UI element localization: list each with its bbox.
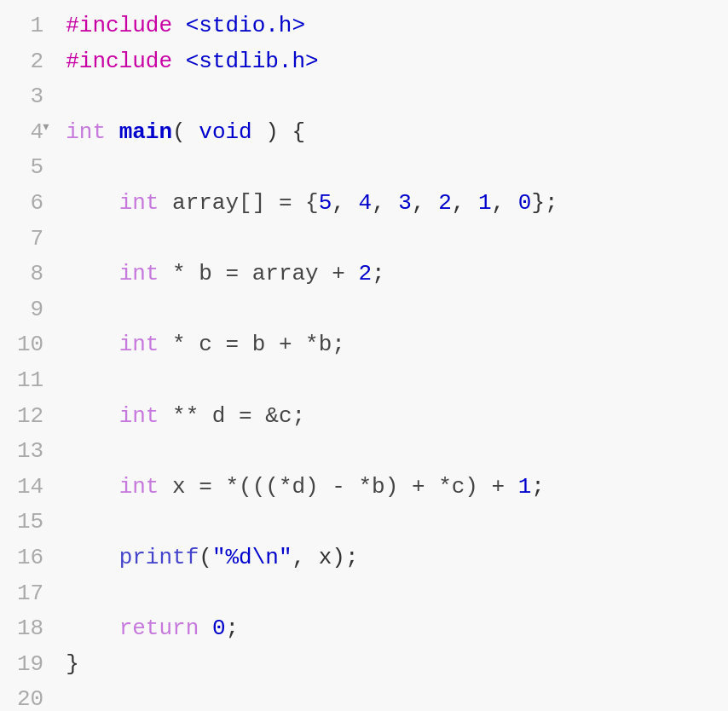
line-number-16: 16 [17, 540, 43, 576]
line-number-13: 13 [17, 434, 43, 470]
code-line-17 [66, 576, 728, 612]
line-number-14: 14 [17, 470, 43, 506]
line-number-10: 10 [17, 327, 43, 363]
line-number-9: 9 [17, 292, 43, 328]
code-editor: 1234567891011121314151617181920 #include… [0, 0, 728, 711]
line-number-1: 1 [17, 9, 43, 44]
code-line-4: int main( void ) { [66, 115, 728, 151]
line-number-5: 5 [17, 150, 43, 186]
line-number-6: 6 [17, 186, 43, 222]
code-line-11 [66, 363, 728, 399]
line-number-11: 11 [17, 363, 43, 399]
code-line-10: int * c = b + *b; [66, 327, 728, 363]
code-line-16: printf("%d\n", x); [66, 540, 728, 576]
line-number-19: 19 [17, 647, 43, 683]
line-number-3: 3 [17, 79, 43, 115]
code-line-18: return 0; [66, 611, 728, 647]
code-line-15 [66, 505, 728, 540]
line-number-12: 12 [17, 399, 43, 435]
code-line-20 [66, 682, 728, 711]
line-number-7: 7 [17, 222, 43, 257]
code-line-2: #include <stdlib.h> [66, 44, 728, 80]
code-line-19: } [66, 647, 728, 683]
code-content[interactable]: #include <stdio.h>#include <stdlib.h> in… [57, 9, 728, 711]
code-line-8: int * b = array + 2; [66, 257, 728, 292]
line-number-18: 18 [17, 611, 43, 647]
code-line-14: int x = *(((*d) - *b) + *c) + 1; [66, 470, 728, 506]
line-number-8: 8 [17, 257, 43, 292]
code-line-3 [66, 79, 728, 115]
code-line-13 [66, 434, 728, 470]
line-number-17: 17 [17, 576, 43, 612]
code-line-12: int ** d = &c; [66, 399, 728, 435]
line-numbers: 1234567891011121314151617181920 [0, 9, 57, 711]
line-number-4: 4 [17, 115, 43, 151]
code-line-9 [66, 292, 728, 328]
line-number-2: 2 [17, 44, 43, 80]
code-line-1: #include <stdio.h> [66, 9, 728, 44]
line-number-20: 20 [17, 682, 43, 711]
code-line-5 [66, 150, 728, 186]
code-line-6: int array[] = {5, 4, 3, 2, 1, 0}; [66, 186, 728, 222]
code-line-7 [66, 222, 728, 257]
line-number-15: 15 [17, 505, 43, 540]
